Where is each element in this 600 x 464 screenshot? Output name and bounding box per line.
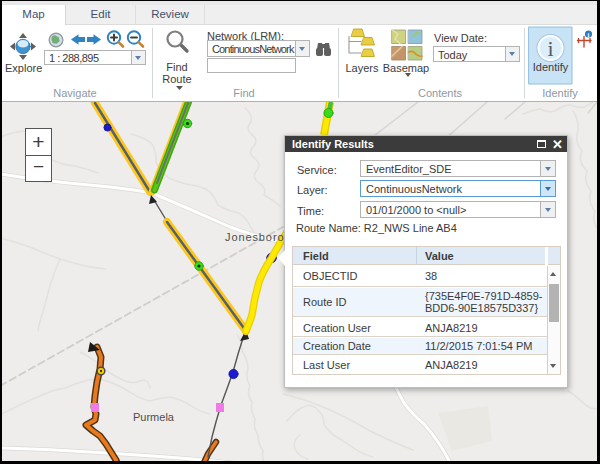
- svg-text:i: i: [588, 31, 590, 38]
- svg-text:i: i: [547, 36, 553, 61]
